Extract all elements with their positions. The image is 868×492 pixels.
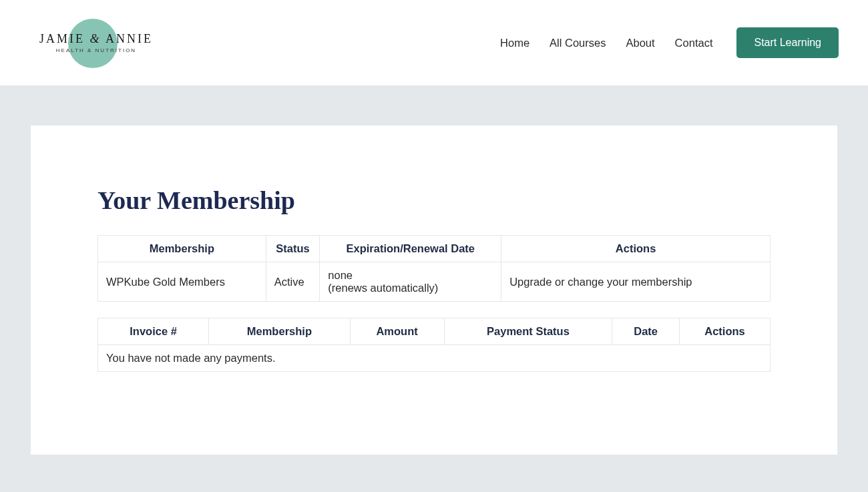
col-status: Status — [266, 236, 320, 262]
col-actions: Actions — [501, 236, 771, 262]
nav-about[interactable]: About — [626, 37, 654, 49]
table-row: WPKube Gold Members Active none (renews … — [98, 262, 771, 302]
cell-status: Active — [266, 262, 320, 302]
content-card: Your Membership Membership Status Expira… — [31, 126, 837, 455]
page-body: Your Membership Membership Status Expira… — [0, 85, 868, 492]
nav-home[interactable]: Home — [500, 37, 529, 49]
nav-all-courses[interactable]: All Courses — [550, 37, 606, 49]
col-expiration: Expiration/Renewal Date — [320, 236, 501, 262]
start-learning-button[interactable]: Start Learning — [736, 27, 839, 58]
nav-contact[interactable]: Contact — [675, 37, 713, 49]
empty-payments-message: You have not made any payments. — [98, 345, 771, 372]
col-actions2: Actions — [680, 318, 771, 345]
site-header: JAMIE & ANNIE HEALTH & NUTRITION Home Al… — [0, 0, 868, 85]
table-row-empty: You have not made any payments. — [98, 345, 771, 372]
logo-title: JAMIE & ANNIE — [39, 32, 153, 46]
payments-table: Invoice # Membership Amount Payment Stat… — [97, 318, 771, 372]
primary-nav: Home All Courses About Contact Start Lea… — [500, 27, 839, 58]
col-payment-status: Payment Status — [444, 318, 612, 345]
col-membership: Membership — [98, 236, 266, 262]
table-header-row: Invoice # Membership Amount Payment Stat… — [98, 318, 771, 345]
col-invoice: Invoice # — [98, 318, 209, 345]
cell-membership: WPKube Gold Members — [98, 262, 266, 302]
membership-table: Membership Status Expiration/Renewal Dat… — [97, 235, 771, 302]
cell-actions: Upgrade or change your membership — [501, 262, 771, 302]
upgrade-membership-link[interactable]: Upgrade or change your membership — [509, 276, 692, 288]
site-logo[interactable]: JAMIE & ANNIE HEALTH & NUTRITION — [29, 16, 163, 69]
col-date: Date — [612, 318, 680, 345]
cell-expiration: none (renews automatically) — [320, 262, 501, 302]
table-header-row: Membership Status Expiration/Renewal Dat… — [98, 236, 771, 262]
col-amount: Amount — [350, 318, 444, 345]
page-title: Your Membership — [97, 186, 771, 215]
col-membership2: Membership — [209, 318, 350, 345]
logo-subtitle: HEALTH & NUTRITION — [56, 47, 136, 53]
